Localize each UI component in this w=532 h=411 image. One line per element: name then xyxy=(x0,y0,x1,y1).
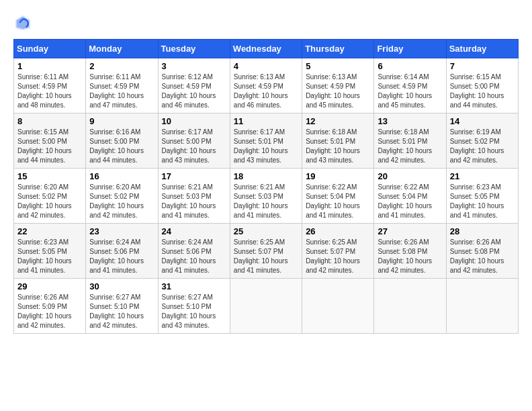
calendar-header-row: SundayMondayTuesdayWednesdayThursdayFrid… xyxy=(14,40,519,58)
page-header xyxy=(13,13,519,32)
calendar-cell: 30Sunrise: 6:27 AM Sunset: 5:10 PM Dayli… xyxy=(86,279,158,334)
day-number: 4 xyxy=(234,61,298,71)
calendar-cell: 15Sunrise: 6:20 AM Sunset: 5:02 PM Dayli… xyxy=(14,169,86,224)
day-number: 20 xyxy=(378,171,442,181)
calendar-header-monday: Monday xyxy=(86,40,158,58)
calendar-cell xyxy=(302,279,374,334)
calendar-cell: 31Sunrise: 6:27 AM Sunset: 5:10 PM Dayli… xyxy=(158,279,230,334)
calendar-header-wednesday: Wednesday xyxy=(230,40,302,58)
calendar-cell: 16Sunrise: 6:20 AM Sunset: 5:02 PM Dayli… xyxy=(86,169,158,224)
day-info: Sunrise: 6:11 AM Sunset: 4:59 PM Dayligh… xyxy=(17,73,82,110)
calendar-cell: 19Sunrise: 6:22 AM Sunset: 5:04 PM Dayli… xyxy=(302,169,374,224)
calendar-cell: 9Sunrise: 6:16 AM Sunset: 5:00 PM Daylig… xyxy=(86,113,158,169)
day-info: Sunrise: 6:15 AM Sunset: 5:00 PM Dayligh… xyxy=(17,128,82,165)
day-number: 24 xyxy=(162,226,226,236)
day-number: 10 xyxy=(162,116,226,126)
calendar-cell: 17Sunrise: 6:21 AM Sunset: 5:03 PM Dayli… xyxy=(158,169,230,224)
calendar-cell: 22Sunrise: 6:23 AM Sunset: 5:05 PM Dayli… xyxy=(14,224,86,279)
day-info: Sunrise: 6:23 AM Sunset: 5:05 PM Dayligh… xyxy=(17,238,82,275)
day-info: Sunrise: 6:22 AM Sunset: 5:04 PM Dayligh… xyxy=(378,183,442,220)
calendar-cell: 7Sunrise: 6:15 AM Sunset: 5:00 PM Daylig… xyxy=(446,58,518,113)
day-info: Sunrise: 6:24 AM Sunset: 5:06 PM Dayligh… xyxy=(89,238,154,275)
day-number: 29 xyxy=(17,281,82,291)
day-info: Sunrise: 6:25 AM Sunset: 5:07 PM Dayligh… xyxy=(306,238,370,275)
calendar-cell: 12Sunrise: 6:18 AM Sunset: 5:01 PM Dayli… xyxy=(302,113,374,169)
day-number: 16 xyxy=(89,171,154,181)
day-number: 3 xyxy=(162,61,226,71)
day-info: Sunrise: 6:11 AM Sunset: 4:59 PM Dayligh… xyxy=(89,73,154,110)
day-info: Sunrise: 6:12 AM Sunset: 4:59 PM Dayligh… xyxy=(162,73,226,110)
day-number: 21 xyxy=(450,171,515,181)
calendar-week-3: 15Sunrise: 6:20 AM Sunset: 5:02 PM Dayli… xyxy=(14,169,519,224)
day-info: Sunrise: 6:17 AM Sunset: 5:01 PM Dayligh… xyxy=(234,128,298,165)
day-info: Sunrise: 6:26 AM Sunset: 5:09 PM Dayligh… xyxy=(17,293,82,330)
calendar-cell xyxy=(230,279,302,334)
day-number: 31 xyxy=(162,281,226,291)
day-number: 9 xyxy=(89,116,154,126)
day-number: 6 xyxy=(378,61,442,71)
day-info: Sunrise: 6:27 AM Sunset: 5:10 PM Dayligh… xyxy=(89,293,154,330)
calendar-cell: 11Sunrise: 6:17 AM Sunset: 5:01 PM Dayli… xyxy=(230,113,302,169)
day-info: Sunrise: 6:23 AM Sunset: 5:05 PM Dayligh… xyxy=(450,183,515,220)
calendar-cell: 1Sunrise: 6:11 AM Sunset: 4:59 PM Daylig… xyxy=(14,58,86,113)
calendar-cell: 28Sunrise: 6:26 AM Sunset: 5:08 PM Dayli… xyxy=(446,224,518,279)
calendar-header-friday: Friday xyxy=(374,40,446,58)
calendar-week-5: 29Sunrise: 6:26 AM Sunset: 5:09 PM Dayli… xyxy=(14,279,519,334)
day-info: Sunrise: 6:27 AM Sunset: 5:10 PM Dayligh… xyxy=(162,293,226,330)
day-number: 13 xyxy=(378,116,442,126)
calendar-cell: 21Sunrise: 6:23 AM Sunset: 5:05 PM Dayli… xyxy=(446,169,518,224)
day-info: Sunrise: 6:22 AM Sunset: 5:04 PM Dayligh… xyxy=(306,183,370,220)
day-info: Sunrise: 6:24 AM Sunset: 5:06 PM Dayligh… xyxy=(162,238,226,275)
day-number: 8 xyxy=(17,116,82,126)
calendar-cell: 13Sunrise: 6:18 AM Sunset: 5:01 PM Dayli… xyxy=(374,113,446,169)
day-info: Sunrise: 6:19 AM Sunset: 5:02 PM Dayligh… xyxy=(450,128,515,165)
calendar-cell: 10Sunrise: 6:17 AM Sunset: 5:00 PM Dayli… xyxy=(158,113,230,169)
calendar-cell: 3Sunrise: 6:12 AM Sunset: 4:59 PM Daylig… xyxy=(158,58,230,113)
day-number: 26 xyxy=(306,226,370,236)
calendar-cell: 14Sunrise: 6:19 AM Sunset: 5:02 PM Dayli… xyxy=(446,113,518,169)
day-info: Sunrise: 6:20 AM Sunset: 5:02 PM Dayligh… xyxy=(17,183,82,220)
day-info: Sunrise: 6:21 AM Sunset: 5:03 PM Dayligh… xyxy=(234,183,298,220)
day-number: 2 xyxy=(89,61,154,71)
calendar-cell xyxy=(446,279,518,334)
day-number: 28 xyxy=(450,226,515,236)
calendar-cell: 27Sunrise: 6:26 AM Sunset: 5:08 PM Dayli… xyxy=(374,224,446,279)
calendar-cell: 26Sunrise: 6:25 AM Sunset: 5:07 PM Dayli… xyxy=(302,224,374,279)
day-number: 14 xyxy=(450,116,515,126)
calendar-cell: 23Sunrise: 6:24 AM Sunset: 5:06 PM Dayli… xyxy=(86,224,158,279)
calendar-cell: 20Sunrise: 6:22 AM Sunset: 5:04 PM Dayli… xyxy=(374,169,446,224)
day-info: Sunrise: 6:20 AM Sunset: 5:02 PM Dayligh… xyxy=(89,183,154,220)
day-info: Sunrise: 6:18 AM Sunset: 5:01 PM Dayligh… xyxy=(378,128,442,165)
calendar-cell: 29Sunrise: 6:26 AM Sunset: 5:09 PM Dayli… xyxy=(14,279,86,334)
calendar-header-sunday: Sunday xyxy=(14,40,86,58)
day-info: Sunrise: 6:13 AM Sunset: 4:59 PM Dayligh… xyxy=(234,73,298,110)
day-number: 25 xyxy=(234,226,298,236)
day-number: 18 xyxy=(234,171,298,181)
calendar-cell: 5Sunrise: 6:13 AM Sunset: 4:59 PM Daylig… xyxy=(302,58,374,113)
day-info: Sunrise: 6:26 AM Sunset: 5:08 PM Dayligh… xyxy=(450,238,515,275)
day-info: Sunrise: 6:16 AM Sunset: 5:00 PM Dayligh… xyxy=(89,128,154,165)
day-info: Sunrise: 6:15 AM Sunset: 5:00 PM Dayligh… xyxy=(450,73,515,110)
day-number: 12 xyxy=(306,116,370,126)
day-number: 30 xyxy=(89,281,154,291)
day-number: 19 xyxy=(306,171,370,181)
day-info: Sunrise: 6:14 AM Sunset: 4:59 PM Dayligh… xyxy=(378,73,442,110)
day-info: Sunrise: 6:26 AM Sunset: 5:08 PM Dayligh… xyxy=(378,238,442,275)
day-number: 5 xyxy=(306,61,370,71)
day-number: 15 xyxy=(17,171,82,181)
day-info: Sunrise: 6:13 AM Sunset: 4:59 PM Dayligh… xyxy=(306,73,370,110)
calendar-cell: 24Sunrise: 6:24 AM Sunset: 5:06 PM Dayli… xyxy=(158,224,230,279)
calendar-cell: 8Sunrise: 6:15 AM Sunset: 5:00 PM Daylig… xyxy=(14,113,86,169)
calendar-table: SundayMondayTuesdayWednesdayThursdayFrid… xyxy=(13,39,519,334)
calendar-week-2: 8Sunrise: 6:15 AM Sunset: 5:00 PM Daylig… xyxy=(14,113,519,169)
calendar-week-1: 1Sunrise: 6:11 AM Sunset: 4:59 PM Daylig… xyxy=(14,58,519,113)
day-number: 23 xyxy=(89,226,154,236)
calendar-header-tuesday: Tuesday xyxy=(158,40,230,58)
calendar-cell: 25Sunrise: 6:25 AM Sunset: 5:07 PM Dayli… xyxy=(230,224,302,279)
calendar-cell: 4Sunrise: 6:13 AM Sunset: 4:59 PM Daylig… xyxy=(230,58,302,113)
day-number: 17 xyxy=(162,171,226,181)
day-number: 7 xyxy=(450,61,515,71)
calendar-cell: 2Sunrise: 6:11 AM Sunset: 4:59 PM Daylig… xyxy=(86,58,158,113)
day-info: Sunrise: 6:25 AM Sunset: 5:07 PM Dayligh… xyxy=(234,238,298,275)
calendar-week-4: 22Sunrise: 6:23 AM Sunset: 5:05 PM Dayli… xyxy=(14,224,519,279)
